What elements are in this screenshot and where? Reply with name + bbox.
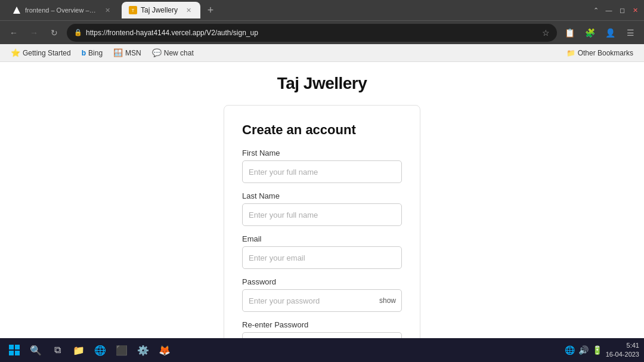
tab-taj[interactable]: T Taj Jwellery ✕ [122,2,200,18]
taskbar-clock[interactable]: 5:41 16-04-2023 [606,341,639,360]
password-group: Password show [242,277,402,312]
menu-icon[interactable]: ☰ [623,25,638,41]
folder-icon: 📁 [566,49,575,57]
taskbar-terminal[interactable]: ⬛ [112,341,131,360]
last-name-group: Last Name [242,191,402,226]
svg-rect-3 [9,351,14,355]
back-button[interactable]: ← [6,25,21,41]
bookmark-msn-label: MSN [125,49,141,57]
taskbar-edge[interactable]: 🌐 [91,341,110,360]
new-tab-button[interactable]: + [203,2,218,18]
email-label: Email [242,234,402,243]
password-label: Password [242,277,402,286]
taskbar-system-icons: 🌐 🔊 🔋 [565,345,602,355]
getting-started-icon: ⭐ [11,48,20,57]
password-input-wrap: show [242,289,402,312]
vercel-favicon [12,5,21,15]
other-bookmarks-label: Other Bookmarks [578,49,633,57]
bookmark-msn[interactable]: 🪟 MSN [109,47,146,59]
bookmarks-bar: ⭐ Getting Started b Bing 🪟 MSN 💬 New cha… [0,44,644,62]
first-name-label: First Name [242,148,402,157]
svg-marker-0 [13,7,20,14]
address-bar[interactable]: 🔒 https://frontend-hayat4144.vercel.app/… [67,24,557,42]
tab-taj-label: Taj Jwellery [141,6,178,14]
window-controls: ⌃ ― ◻ ✕ [592,6,639,14]
msn-icon: 🪟 [113,48,123,57]
omnibox-bar: ← → ↻ 🔒 https://frontend-hayat4144.verce… [0,20,644,44]
taskbar-right: 🌐 🔊 🔋 5:41 16-04-2023 [565,341,639,360]
svg-rect-4 [15,351,20,355]
email-input-wrap [242,246,402,269]
tab-vercel[interactable]: frontend – Overview – Vercel ✕ [5,2,119,18]
url-text: https://frontend-hayat4144.vercel.app/V2… [86,29,538,37]
last-name-input[interactable] [242,203,402,226]
tab-vercel-close[interactable]: ✕ [103,5,112,15]
bookmark-getting-started-label: Getting Started [23,49,71,57]
forward-button[interactable]: → [26,25,42,41]
re-password-label: Re-enter Password [242,320,402,329]
last-name-label: Last Name [242,191,402,200]
bookmark-star-icon[interactable]: ☆ [542,28,550,38]
site-title: Taj Jwellery [277,74,367,93]
close-button[interactable]: ✕ [631,6,639,14]
pocket-icon[interactable]: 📋 [562,25,577,41]
bookmark-bing-label: Bing [88,49,103,57]
taskbar-date: 16-04-2023 [606,350,639,359]
taskbar-time: 5:41 [627,341,639,350]
omnibox-right: 📋 🧩 👤 ☰ [562,25,638,41]
network-icon: 🌐 [565,345,575,355]
last-name-input-wrap [242,203,402,226]
bookmark-new-chat-label: New chat [164,49,194,57]
restore-button[interactable]: ◻ [618,6,626,14]
bookmark-new-chat[interactable]: 💬 New chat [147,47,199,59]
battery-icon: 🔋 [592,345,602,355]
password-input[interactable] [242,289,402,312]
page-content: Taj Jwellery Create an account First Nam… [0,62,644,362]
tab-taj-close[interactable]: ✕ [184,5,193,15]
taskbar-search[interactable]: 🔍 [26,341,45,360]
first-name-group: First Name [242,148,402,183]
bing-icon: b [82,49,86,57]
first-name-input[interactable] [242,160,402,183]
svg-rect-1 [9,345,14,349]
scroll-tabs-left[interactable]: ⌃ [592,6,600,14]
bookmark-bing[interactable]: b Bing [77,47,107,59]
email-group: Email [242,234,402,269]
first-name-input-wrap [242,160,402,183]
lock-icon: 🔒 [74,29,82,36]
signup-form-card: Create an account First Name Last Name E… [224,105,420,362]
title-bar: frontend – Overview – Vercel ✕ T Taj Jwe… [0,0,644,20]
account-icon[interactable]: 👤 [602,25,618,41]
bookmark-getting-started[interactable]: ⭐ Getting Started [6,47,76,59]
start-button[interactable] [5,341,24,360]
volume-icon: 🔊 [578,345,589,355]
form-title: Create an account [242,122,402,138]
minimize-button[interactable]: ― [605,6,613,14]
taj-favicon: T [129,6,137,14]
extensions-icon[interactable]: 🧩 [582,25,597,41]
taskbar-file-explorer[interactable]: 📁 [69,341,88,360]
taskbar-settings[interactable]: ⚙️ [134,341,153,360]
taskbar-firefox[interactable]: 🦊 [155,341,174,360]
svg-rect-2 [15,345,20,349]
password-show-toggle[interactable]: show [379,296,396,305]
taskbar: 🔍 ⧉ 📁 🌐 ⬛ ⚙️ 🦊 🌐 🔊 🔋 5:41 16-04-2023 [0,338,644,362]
browser-chrome: frontend – Overview – Vercel ✕ T Taj Jwe… [0,0,644,62]
other-bookmarks[interactable]: 📁 Other Bookmarks [562,47,638,59]
reload-button[interactable]: ↻ [47,25,62,41]
taskbar-task-view[interactable]: ⧉ [48,341,67,360]
new-chat-icon: 💬 [152,48,162,57]
tab-vercel-label: frontend – Overview – Vercel [25,7,97,14]
email-input[interactable] [242,246,402,269]
